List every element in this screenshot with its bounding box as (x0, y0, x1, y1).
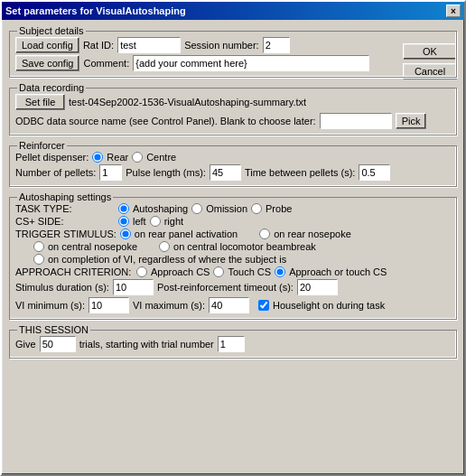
approach-touch-label: Approach or touch CS (289, 266, 387, 277)
trig2-radio[interactable] (259, 229, 270, 239)
pulse-label: Pulse length (ms): (126, 167, 206, 178)
trig2-label: on rear nosepoke (274, 229, 351, 239)
left-radio[interactable] (118, 216, 129, 227)
autoshaping-radio[interactable] (118, 203, 129, 214)
load-config-button[interactable]: Load config (15, 37, 79, 53)
trial-number-input[interactable] (218, 336, 245, 352)
odbc-input[interactable] (320, 113, 392, 129)
pellet-dispenser-label: Pellet dispenser: (15, 152, 89, 163)
time-between-label: Time between pellets (s): (245, 167, 355, 178)
right-label: right (164, 216, 183, 227)
file-name-text: test-04Sep2002-1536-VisualAutoshaping-su… (69, 97, 451, 107)
main-window: Set parameters for VisualAutoshaping × O… (0, 0, 466, 476)
autoshaping-radio-group: Autoshaping (118, 203, 188, 214)
approach-criterion-label: APPROACH CRITERION: (15, 266, 133, 277)
trig4-label: on central locomotor beambreak (173, 241, 316, 252)
reinforcer-legend: Reinforcer (17, 140, 67, 151)
title-bar: Set parameters for VisualAutoshaping × (2, 2, 464, 20)
main-content: OK Cancel Subject details Load config Ra… (2, 20, 464, 474)
vi-min-label: VI minimum (s): (15, 300, 85, 311)
time-between-input[interactable] (359, 164, 390, 181)
autoshaping-legend: Autoshaping settings (17, 191, 113, 202)
touch-cs-radio-group: Touch CS (213, 266, 271, 277)
task-type-label: TASK TYPE: (15, 203, 115, 214)
trigger-label: TRIGGER STIMULUS: (15, 229, 116, 239)
trig4-radio-group: on central locomotor beambreak (159, 241, 316, 252)
trig5-label: on completion of VI, regardless of where… (48, 254, 286, 265)
pick-button[interactable]: Pick (396, 113, 427, 129)
trig3-label: on central nosepoke (48, 241, 137, 252)
touch-cs-label: Touch CS (228, 266, 271, 277)
trig3-radio[interactable] (33, 241, 44, 252)
give-label: Give (15, 339, 36, 350)
rat-id-input[interactable] (117, 37, 181, 53)
left-label: left (133, 216, 146, 227)
vi-max-input[interactable] (209, 297, 249, 313)
set-file-button[interactable]: Set file (15, 94, 65, 110)
this-session-legend: THIS SESSION (17, 324, 90, 335)
centre-label: Centre (146, 152, 176, 163)
pulse-input[interactable] (210, 164, 241, 181)
give-input[interactable] (40, 336, 76, 352)
trig5-radio-group: on completion of VI, regardless of where… (33, 254, 286, 265)
post-reinf-input[interactable] (297, 279, 338, 295)
vi-min-input[interactable] (89, 297, 129, 313)
right-radio[interactable] (150, 216, 161, 227)
trig1-radio-group: on rear panel activation (120, 229, 238, 239)
num-pellets-input[interactable] (99, 164, 122, 181)
probe-label: Probe (266, 203, 292, 214)
houselight-label: Houselight on during task (273, 300, 385, 311)
data-recording-group: Data recording Set file test-04Sep2002-1… (9, 88, 457, 135)
trig1-radio[interactable] (120, 229, 131, 239)
omission-radio[interactable] (191, 203, 202, 214)
approach-cs-label: Approach CS (151, 266, 210, 277)
trig5-radio[interactable] (33, 254, 44, 265)
approach-touch-radio-group: Approach or touch CS (275, 266, 387, 277)
rear-label: Rear (107, 152, 128, 163)
omission-radio-group: Omission (191, 203, 247, 214)
odbc-label: ODBC data source name (see Control Panel… (15, 116, 316, 126)
rat-id-label: Rat ID: (83, 40, 114, 51)
touch-cs-radio[interactable] (213, 266, 224, 277)
window-title: Set parameters for VisualAutoshaping (5, 5, 186, 16)
this-session-group: THIS SESSION Give trials, starting with … (9, 330, 457, 359)
trig2-radio-group: on rear nosepoke (259, 229, 351, 239)
stim-dur-input[interactable] (113, 279, 154, 295)
trig1-label: on rear panel activation (135, 229, 238, 239)
approach-touch-radio[interactable] (275, 266, 285, 277)
data-recording-legend: Data recording (17, 82, 86, 93)
cs-side-label: CS+ SIDE: (15, 216, 115, 227)
right-radio-group: right (150, 216, 183, 227)
reinforcer-group: Reinforcer Pellet dispenser: Rear Centre… (9, 145, 457, 187)
centre-radio-group: Centre (132, 152, 176, 163)
autoshaping-label: Autoshaping (133, 203, 188, 214)
omission-label: Omission (206, 203, 247, 214)
approach-cs-radio[interactable] (136, 266, 147, 277)
trig3-radio-group: on central nosepoke (33, 241, 137, 252)
save-config-button[interactable]: Save config (15, 55, 79, 71)
comment-input[interactable] (133, 55, 369, 71)
houselight-checkbox[interactable] (258, 300, 269, 311)
subject-details-legend: Subject details (17, 25, 86, 36)
left-radio-group: left (118, 216, 146, 227)
approach-cs-radio-group: Approach CS (136, 266, 210, 277)
rear-radio[interactable] (92, 152, 103, 163)
probe-radio[interactable] (251, 203, 262, 214)
vi-max-label: VI maximum (s): (133, 300, 205, 311)
session-label: Session number: (184, 40, 259, 51)
stim-dur-label: Stimulus duration (s): (15, 282, 109, 293)
autoshaping-group: Autoshaping settings TASK TYPE: Autoshap… (9, 197, 457, 320)
num-pellets-label: Number of pellets: (15, 167, 96, 178)
probe-radio-group: Probe (251, 203, 292, 214)
close-button[interactable]: × (446, 5, 461, 17)
post-reinf-label: Post-reinforcement timeout (s): (157, 282, 294, 293)
session-input[interactable] (263, 37, 290, 53)
trig4-radio[interactable] (159, 241, 170, 252)
subject-details-group: Subject details Load config Rat ID: Sess… (9, 31, 457, 78)
rear-radio-group: Rear (92, 152, 128, 163)
centre-radio[interactable] (132, 152, 143, 163)
trials-label: trials, starting with trial number (79, 339, 214, 350)
comment-label: Comment: (83, 58, 129, 69)
